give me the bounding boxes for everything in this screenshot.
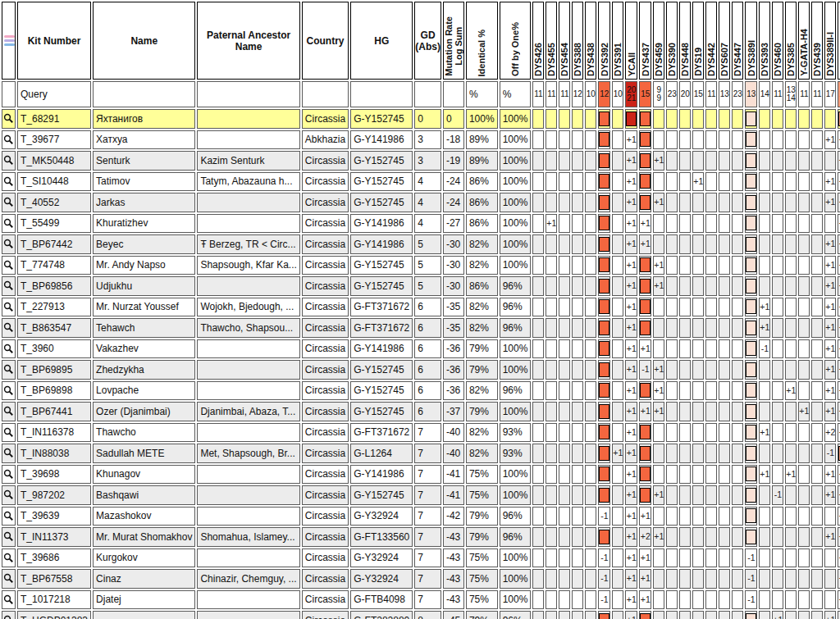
marker-cell: -1	[772, 485, 783, 505]
off-by-one-cell: 96%	[500, 298, 532, 317]
marker-match-box	[746, 279, 756, 294]
ancestor-cell	[197, 214, 299, 234]
marker-cell	[745, 276, 757, 296]
marker-cell: +1	[759, 465, 770, 485]
magnifier-icon[interactable]	[2, 339, 16, 359]
magnifier-icon[interactable]	[2, 298, 16, 317]
kit-number-cell: T_MK50448	[17, 151, 91, 171]
magnifier-icon[interactable]	[2, 193, 16, 212]
column-header-label: GD (Abs)	[415, 30, 441, 52]
marker-cell	[598, 444, 610, 463]
magnifier-icon[interactable]	[2, 569, 16, 589]
ancestor-cell: Shapsough, Kfar Ka...	[197, 256, 299, 275]
magnifier-icon[interactable]	[2, 527, 16, 547]
marker-cell	[572, 465, 583, 485]
marker-cell	[639, 444, 651, 463]
marker-cell	[546, 507, 557, 526]
magnifier-icon[interactable]	[2, 234, 16, 254]
name-cell: Яхтанигов	[93, 109, 195, 129]
marker-match-box	[640, 446, 651, 461]
magnifier-icon[interactable]	[2, 465, 16, 485]
marker-header-dys437: DYS437	[639, 2, 651, 80]
magnifier-icon[interactable]	[2, 360, 16, 380]
gd-cell	[414, 81, 441, 107]
marker-cell	[559, 444, 570, 463]
marker-cell: +1	[625, 423, 637, 443]
marker-match-box	[746, 299, 756, 314]
marker-header-label: DYS455	[546, 43, 556, 76]
magnifier-icon[interactable]	[2, 402, 16, 421]
match-row: T_987202BashqawiCircassiaG-Y1527457-4175…	[2, 485, 840, 505]
marker-cell	[719, 276, 730, 296]
ancestor-cell	[197, 485, 299, 505]
marker-cell	[719, 360, 730, 380]
marker-cell	[585, 276, 596, 296]
marker-cell: +1	[824, 339, 836, 359]
marker-cell	[745, 318, 757, 338]
marker-cell	[653, 569, 664, 589]
marker-cell	[532, 130, 544, 150]
query-marker-value: 14	[759, 81, 770, 107]
marker-cell: +1	[625, 276, 637, 296]
marker-cell	[546, 193, 557, 212]
magnifier-icon[interactable]	[2, 151, 16, 171]
marker-cell: +1	[824, 360, 836, 380]
marker-cell: +1	[772, 611, 783, 619]
marker-cell	[679, 234, 691, 254]
marker-cell: +1	[639, 590, 651, 610]
marker-cell	[598, 256, 610, 275]
magnifier-icon[interactable]	[2, 507, 16, 526]
marker-cell	[798, 130, 810, 150]
magnifier-icon[interactable]	[2, 423, 16, 443]
identical-cell: 75%	[466, 485, 498, 505]
kit-number-cell: T_BP67441	[17, 402, 91, 421]
corner-cell	[2, 2, 16, 80]
marker-cell	[732, 402, 743, 421]
marker-header-dys426: DYS426	[532, 2, 544, 80]
magnifier-icon[interactable]	[2, 381, 16, 401]
magnifier-icon[interactable]	[2, 444, 16, 463]
match-row: T_39639MazashokovCircassiaG-Y329247-4279…	[2, 507, 840, 526]
marker-cell	[546, 590, 557, 610]
marker-cell	[666, 548, 678, 568]
magnifier-icon[interactable]	[2, 256, 16, 275]
marker-cell	[679, 444, 691, 463]
country-cell: Circassia	[302, 298, 349, 317]
marker-cell	[585, 172, 596, 192]
match-row: T_227913Mr. Nurzat YoussefWojokh, Bjedou…	[2, 298, 840, 317]
marker-cell	[612, 298, 623, 317]
magnifier-icon[interactable]	[2, 214, 16, 234]
marker-cell: -1	[745, 590, 757, 610]
magnifier-icon[interactable]	[2, 548, 16, 568]
marker-cell	[546, 298, 557, 317]
marker-cell	[785, 507, 797, 526]
magnifier-icon[interactable]	[2, 318, 16, 338]
marker-cell	[785, 318, 797, 338]
marker-cell	[692, 465, 704, 485]
marker-cell: +1	[653, 485, 664, 505]
magnifier-icon[interactable]	[2, 172, 16, 192]
marker-cell	[772, 318, 783, 338]
magnifier-icon[interactable]	[2, 130, 16, 150]
marker-cell	[612, 109, 623, 129]
magnifier-icon[interactable]	[2, 611, 16, 619]
magnifier-icon[interactable]	[2, 109, 16, 129]
marker-cell	[811, 193, 823, 212]
magnifier-icon[interactable]	[2, 276, 16, 296]
marker-cell	[692, 298, 704, 317]
marker-header-label: DYS439	[812, 43, 822, 76]
marker-cell	[666, 318, 678, 338]
magnifier-icon[interactable]	[2, 485, 16, 505]
marker-cell	[532, 339, 544, 359]
marker-cell: +1	[824, 298, 836, 317]
marker-cell: +1	[625, 444, 637, 463]
marker-cell	[705, 109, 717, 129]
marker-header-label: DYS19	[693, 48, 703, 76]
mutation-rate-cell: -18	[443, 130, 464, 150]
marker-cell	[798, 339, 810, 359]
magnifier-icon[interactable]	[2, 590, 16, 610]
kit-number-cell: Query	[17, 81, 91, 107]
marker-header-dys393: DYS393	[759, 2, 770, 80]
country-cell: Circassia	[302, 465, 349, 485]
hg-cell: G-Y152745	[350, 381, 413, 401]
